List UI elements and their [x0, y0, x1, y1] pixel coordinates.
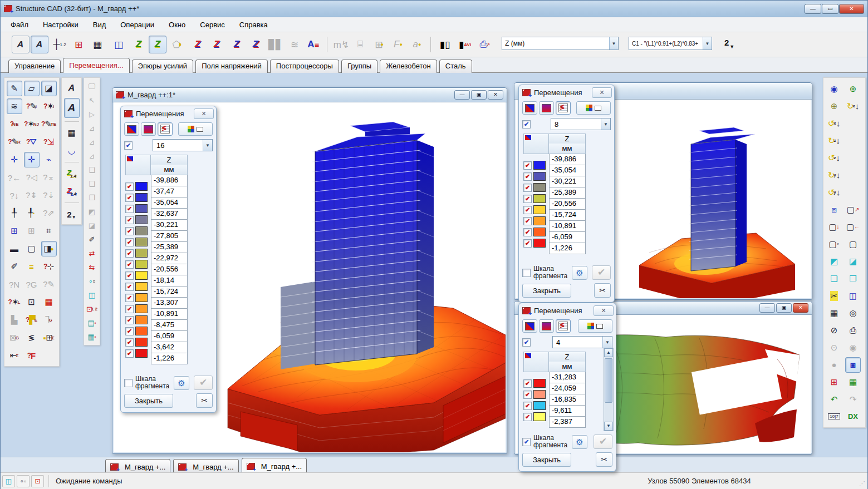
rotate-y-neg-icon[interactable]: ↺y↓ — [826, 185, 842, 200]
tab-groups[interactable]: Группы — [341, 60, 377, 73]
menu-settings[interactable]: Настройки — [43, 21, 79, 29]
local-axes-icon[interactable]: ?⇲ — [41, 134, 57, 150]
level-checkbox[interactable]: ✔ — [125, 294, 134, 302]
zigzag-red-14-icon[interactable]: Z1.4 — [64, 184, 80, 199]
grid-nodes-icon[interactable]: ⊞ — [70, 36, 87, 53]
isolines-icon[interactable]: Z — [189, 36, 207, 53]
scroll-thumb[interactable] — [605, 358, 612, 403]
node-info-icon[interactable]: ?✶i — [41, 98, 57, 114]
tab-reinforced-concrete[interactable]: Железобетон — [380, 60, 437, 73]
supports-icon[interactable]: ?⛛ — [24, 134, 40, 150]
level-checkbox[interactable]: ✔ — [523, 217, 532, 225]
cone-1-icon[interactable]: ⊿ — [85, 122, 99, 134]
cable-icon[interactable]: ◡ — [64, 143, 80, 159]
fragment-windows-icon[interactable]: ◫ — [110, 36, 127, 53]
level-color-swatch[interactable] — [135, 249, 148, 258]
maximize-button[interactable]: ▭ — [822, 4, 838, 14]
group-result-1-icon[interactable]: ⊞● — [370, 36, 388, 53]
cursor-icon[interactable]: ▷ — [85, 108, 99, 120]
load-force-icon[interactable]: ?⇟ — [24, 187, 40, 203]
level-checkbox[interactable]: ✔ — [125, 238, 134, 246]
monitor-icon[interactable]: 🖵 — [85, 80, 99, 92]
zoom-icon[interactable]: ◎ — [845, 305, 861, 321]
load-temp-icon[interactable]: ?⇣ — [41, 187, 57, 203]
level-checkbox[interactable]: ✔ — [125, 327, 134, 335]
element-types-icon[interactable]: ?✎TE — [41, 116, 57, 132]
hash-grid-icon[interactable]: ⌗ — [41, 223, 57, 239]
isofields-mode-button[interactable] — [124, 122, 139, 136]
level-checkbox[interactable]: ✔ — [125, 271, 134, 280]
levels-count-combo[interactable]: 4 ▼ — [552, 336, 612, 348]
node-numbers-icon[interactable]: ┼1.2 — [51, 36, 68, 53]
deformed-scheme-icon[interactable]: ⬠◗ — [169, 36, 187, 53]
tab-steel[interactable]: Сталь — [439, 60, 472, 73]
isofields-mode-button[interactable] — [522, 101, 537, 115]
paint-brush-icon[interactable]: ✐ — [7, 259, 22, 274]
face-cyan-2-icon[interactable]: ◪ — [845, 254, 861, 269]
gradient-mode-button[interactable] — [141, 122, 156, 136]
level-color-swatch[interactable] — [533, 390, 546, 399]
combo-arrow-icon[interactable]: ▼ — [602, 337, 612, 348]
fragment-scale-checkbox[interactable]: ✔ — [522, 438, 531, 446]
doc-minimize-button[interactable]: — — [759, 303, 775, 313]
isofields-red-icon[interactable]: Z — [228, 36, 246, 53]
spring-elements-icon[interactable]: ≋ — [7, 98, 22, 114]
scale-settings-button[interactable]: ⚙ — [572, 266, 587, 280]
level-color-swatch[interactable] — [135, 282, 148, 291]
rotate-z-icon[interactable]: ↻z↓ — [826, 133, 842, 149]
level-checkbox[interactable]: ✔ — [125, 182, 134, 191]
show-scale-checkbox[interactable]: ✔ — [522, 120, 531, 129]
profile-icon[interactable]: ꞀG — [41, 312, 57, 328]
menu-file[interactable]: Файл — [11, 21, 28, 29]
fragment-panes-icon[interactable]: ◫ — [845, 288, 861, 304]
level-color-swatch[interactable] — [135, 349, 148, 358]
r-histogram-icon[interactable]: ▙ — [7, 312, 22, 328]
doc-minimize-button[interactable]: — — [454, 90, 470, 100]
face-cyan-4-icon[interactable]: ❐ — [845, 271, 861, 287]
zigzag-dark-icon[interactable]: ≶ — [24, 330, 40, 345]
level-checkbox[interactable]: ✔ — [125, 305, 134, 313]
palette-close-button[interactable]: ✕ — [592, 87, 612, 98]
mode-shape-icon[interactable]: m↯ — [332, 36, 350, 53]
doc-tab-3[interactable]: М_гвард +... — [242, 458, 307, 473]
clip-scissors-icon[interactable]: ✂ — [826, 288, 842, 304]
plate-elements-icon[interactable]: ▱ — [24, 81, 40, 96]
level-color-swatch[interactable] — [533, 379, 546, 388]
building-display-icon[interactable]: ▊▋ — [267, 36, 285, 53]
sum-arrows-icon[interactable]: ⇤Σ — [7, 348, 22, 363]
cone-3-icon[interactable]: ⊿ — [85, 150, 99, 162]
g-groups-icon[interactable]: ?G — [24, 276, 40, 292]
apply-button[interactable]: ✔ — [594, 434, 612, 449]
level-checkbox[interactable]: ✔ — [523, 413, 532, 421]
level-checkbox[interactable]: ✔ — [125, 283, 134, 291]
loads-dist-icon[interactable]: ?⌅ — [41, 170, 57, 185]
level-checkbox[interactable]: ✔ — [523, 172, 532, 181]
fragment-scale-checkbox[interactable] — [124, 379, 133, 387]
apply-button[interactable]: ✔ — [592, 265, 611, 280]
cyan-plane-icon[interactable]: ◫ — [85, 289, 99, 301]
level-color-swatch[interactable] — [135, 315, 148, 324]
digits-filter-icon[interactable]: 10|7 — [826, 409, 842, 424]
tab-force-diagrams[interactable]: Эпюры усилий — [132, 60, 194, 73]
level-color-swatch[interactable] — [135, 327, 148, 335]
node-numbers2-icon[interactable]: ?✶NJ — [24, 116, 40, 132]
camera-gray-icon[interactable]: ⊙ — [826, 340, 842, 355]
merge-nodes-icon[interactable]: ⌁ — [41, 152, 57, 167]
face-cyan-1-icon[interactable]: ◩ — [826, 254, 842, 269]
gradient-mode-button[interactable] — [539, 101, 554, 115]
axes-projection-icon[interactable]: ⧈ — [826, 202, 842, 218]
doc-tab-1[interactable]: М_гвард +... — [105, 459, 170, 473]
text-report-icon[interactable]: A≣ — [305, 36, 322, 53]
doc-restore-button[interactable]: ▣ — [776, 303, 792, 313]
zigzag-green-14-icon[interactable]: Z1.4 — [64, 166, 80, 181]
doc-restore-button[interactable]: ▣ — [471, 90, 487, 100]
level-color-swatch[interactable] — [135, 215, 148, 224]
scheme-view-icon[interactable]: А — [12, 36, 30, 53]
tab-stress-fields[interactable]: Поля напряжений — [195, 60, 268, 73]
g-stamp-icon[interactable]: ⊠G — [7, 330, 22, 345]
isolines-mesh-icon[interactable]: Z — [208, 36, 225, 53]
rotate-free-icon[interactable]: ◉ — [826, 81, 842, 97]
tab-postprocessors[interactable]: Постпроцессоры — [270, 60, 339, 73]
cut-fragment-button[interactable]: ✂ — [196, 393, 213, 408]
doc-close-button[interactable]: ✕ — [793, 303, 808, 313]
